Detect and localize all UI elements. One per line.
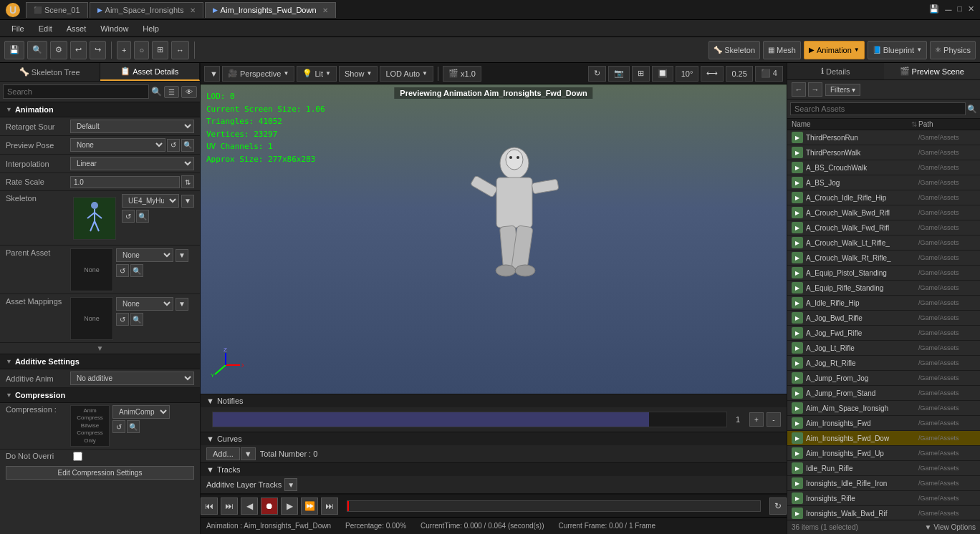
asset-list-item[interactable]: ▶Aim_Aim_Space_Ironsigh/Game/Assets bbox=[787, 401, 980, 416]
toolbar-redo[interactable]: ↪ bbox=[90, 41, 106, 59]
asset-list-item[interactable]: ▶Idle_Run_Rifle/Game/Assets bbox=[787, 461, 980, 476]
asset-list-item[interactable]: ▶A_Jog_Lt_Rifle/Game/Assets bbox=[787, 341, 980, 356]
asset-list-item[interactable]: ▶A_Equip_Pistol_Standing/Game/Assets bbox=[787, 266, 980, 281]
left-tab-asset-details[interactable]: 📋 Asset Details bbox=[100, 63, 201, 81]
viewport-lod-btn[interactable]: LOD Auto ▼ bbox=[380, 66, 433, 82]
sort-arrows[interactable]: ⇅ bbox=[911, 120, 916, 128]
compression-section-header[interactable]: ▼ Compression bbox=[0, 388, 200, 403]
skeleton-reset[interactable]: ↺ bbox=[122, 210, 135, 223]
curves-header[interactable]: ▼ Curves bbox=[201, 432, 787, 445]
notifies-add-btn[interactable]: + bbox=[749, 412, 764, 427]
viewport-scale-input[interactable]: 0.25 bbox=[726, 66, 752, 82]
rate-scale-spinner[interactable]: ⇅ bbox=[181, 175, 194, 188]
asset-mappings-reset[interactable]: ↺ bbox=[116, 313, 129, 326]
asset-list-item[interactable]: ▶A_Jog_Fwd_Rifle/Game/Assets bbox=[787, 326, 980, 341]
toolbar-undo[interactable]: ↩ bbox=[70, 41, 87, 59]
play-back-btn[interactable]: ◀ bbox=[241, 497, 258, 515]
asset-list-item[interactable]: ▶A_Jump_From_Jog/Game/Assets bbox=[787, 371, 980, 386]
menu-asset[interactable]: Asset bbox=[59, 23, 94, 34]
collapse-arrow-icon[interactable]: ▼ bbox=[97, 344, 104, 352]
asset-list-item[interactable]: ▶A_Crouch_Walk_Lt_Rifle_/Game/Assets bbox=[787, 236, 980, 251]
toolbar-transform[interactable]: ⊞ bbox=[152, 41, 168, 59]
loop-btn[interactable]: ↻ bbox=[769, 497, 787, 515]
parent-asset-dropdown[interactable]: ▼ bbox=[176, 249, 188, 262]
play-to-end-btn[interactable]: ⏭ bbox=[321, 497, 338, 515]
left-filter-btn[interactable]: 👁 bbox=[181, 86, 197, 98]
tab-aim-space[interactable]: ▶ Aim_Space_Ironsights ✕ bbox=[90, 2, 203, 18]
asset-list-item[interactable]: ▶ThirdPersonRun/Game/Assets bbox=[787, 130, 980, 145]
viewport-screen-icon[interactable]: ⬛ 4 bbox=[755, 66, 783, 82]
asset-list-item[interactable]: ▶Ironsights_Walk_Bwd_Rif/Game/Assets bbox=[787, 506, 980, 520]
asset-list-item[interactable]: ▶Ironsights_Rifle/Game/Assets bbox=[787, 491, 980, 506]
interpolation-select[interactable]: Linear bbox=[70, 157, 194, 170]
compression-browse[interactable]: 🔍 bbox=[127, 420, 140, 433]
edit-compression-button[interactable]: Edit Compression Settings bbox=[6, 466, 194, 480]
asset-list-item[interactable]: ▶Aim_Ironsights_Fwd/Game/Assets bbox=[787, 416, 980, 431]
viewport-rotate-icon[interactable]: ↻ bbox=[588, 66, 606, 82]
maximize-btn[interactable]: □ bbox=[957, 4, 962, 15]
notifies-timeline[interactable] bbox=[212, 412, 727, 427]
add-curve-dropdown[interactable]: ▼ bbox=[241, 447, 256, 460]
preview-pose-browse[interactable]: 🔍 bbox=[181, 139, 194, 152]
asset-list-item[interactable]: ▶A_Equip_Rifle_Standing/Game/Assets bbox=[787, 281, 980, 296]
close-tab-2[interactable]: ✕ bbox=[322, 6, 328, 14]
tab-aim-fwd-down[interactable]: ▶ Aim_Ironsights_Fwd_Down ✕ bbox=[205, 2, 336, 18]
do-not-override-checkbox[interactable] bbox=[73, 452, 82, 461]
viewport-dropdown-btn[interactable]: ▼ bbox=[204, 66, 220, 82]
viewport-snap-icon[interactable]: 🔲 bbox=[652, 66, 673, 82]
additive-settings-header[interactable]: ▼ Additive Settings bbox=[0, 354, 200, 369]
toolbar-browse[interactable]: 🔍 bbox=[27, 41, 47, 59]
toolbar-blueprint-mode[interactable]: 📘 Blueprint ▼ bbox=[868, 41, 927, 59]
asset-list-item[interactable]: ▶A_BS_CrouchWalk/Game/Assets bbox=[787, 160, 980, 175]
asset-list-item[interactable]: ▶A_BS_Jog/Game/Assets bbox=[787, 175, 980, 190]
tab-scene01[interactable]: ⬛ Scene_01 bbox=[26, 2, 88, 18]
viewport-lit-btn[interactable]: 💡 Lit ▼ bbox=[297, 66, 337, 82]
asset-list-item[interactable]: ▶ThirdPersonWalk/Game/Assets bbox=[787, 145, 980, 160]
toolbar-physics-mode[interactable]: ⚛ Physics bbox=[930, 41, 976, 59]
play-prev-frame-btn[interactable]: ⏭ bbox=[221, 497, 238, 515]
asset-list-item[interactable]: ▶A_Crouch_Idle_Rifle_Hip/Game/Assets bbox=[787, 190, 980, 205]
play-to-start-btn[interactable]: ⏮ bbox=[201, 497, 218, 515]
viewport-speed-btn[interactable]: 🎬 x1.0 bbox=[443, 66, 481, 82]
skeleton-select[interactable]: UE4_MyHun... bbox=[122, 194, 179, 208]
asset-list-item[interactable]: ▶A_Jog_Bwd_Rifle/Game/Assets bbox=[787, 311, 980, 326]
compression-reset[interactable]: ↺ bbox=[112, 420, 125, 433]
asset-list-item[interactable]: ▶A_Crouch_Walk_Bwd_Rifl/Game/Assets bbox=[787, 205, 980, 220]
nav-back-btn[interactable]: ← bbox=[792, 82, 806, 97]
asset-search-icon[interactable]: 🔍 bbox=[967, 105, 977, 114]
viewport-scale-icon[interactable]: ⟷ bbox=[701, 66, 724, 82]
parent-asset-select[interactable]: None bbox=[116, 248, 173, 262]
toolbar-mesh-mode[interactable]: ▦ Mesh bbox=[763, 41, 801, 59]
asset-list-item[interactable]: ▶A_Crouch_Walk_Rt_Rifle_/Game/Assets bbox=[787, 251, 980, 266]
menu-window[interactable]: Window bbox=[93, 23, 135, 34]
rate-scale-input[interactable] bbox=[70, 176, 180, 188]
asset-list-item[interactable]: ▶A_Jog_Rt_Rifle/Game/Assets bbox=[787, 356, 980, 371]
retarget-source-select[interactable]: Default bbox=[70, 120, 194, 133]
toolbar-animation-mode[interactable]: ▶ Animation ▼ bbox=[804, 41, 865, 59]
skeleton-dropdown[interactable]: ▼ bbox=[181, 195, 194, 208]
menu-file[interactable]: File bbox=[4, 23, 32, 34]
left-view-toggle[interactable]: ☰ bbox=[164, 86, 179, 98]
parent-asset-reset[interactable]: ↺ bbox=[116, 264, 129, 277]
timeline-scrubber[interactable] bbox=[347, 500, 761, 512]
view-options-btn[interactable]: ▼ View Options bbox=[925, 523, 976, 531]
asset-mappings-browse[interactable]: 🔍 bbox=[130, 313, 143, 326]
tracks-header[interactable]: ▼ Tracks bbox=[201, 463, 787, 476]
animation-section-header[interactable]: ▼ Animation bbox=[0, 102, 200, 117]
viewport-show-btn[interactable]: Show ▼ bbox=[339, 66, 378, 82]
close-btn[interactable]: ✕ bbox=[968, 4, 974, 15]
right-tab-details[interactable]: ℹ Details bbox=[787, 63, 884, 79]
asset-search-input[interactable] bbox=[790, 102, 966, 115]
nav-forward-btn[interactable]: → bbox=[808, 82, 822, 97]
toolbar-settings[interactable]: ⚙ bbox=[50, 41, 67, 59]
viewport-perspective-btn[interactable]: 🎥 Perspective ▼ bbox=[222, 66, 294, 82]
menu-edit[interactable]: Edit bbox=[32, 23, 59, 34]
viewport-grid-icon[interactable]: ⊞ bbox=[632, 66, 650, 82]
asset-list-item[interactable]: ▶A_Idle_Rifle_Hip/Game/Assets bbox=[787, 296, 980, 311]
play-btn[interactable]: ▶ bbox=[281, 497, 298, 515]
asset-mappings-select[interactable]: None bbox=[116, 297, 173, 311]
menu-help[interactable]: Help bbox=[135, 23, 166, 34]
notifies-remove-btn[interactable]: - bbox=[767, 412, 781, 427]
additive-layer-dropdown[interactable]: ▼ bbox=[284, 478, 297, 491]
left-tab-skeleton-tree[interactable]: 🦴 Skeleton Tree bbox=[0, 63, 100, 81]
